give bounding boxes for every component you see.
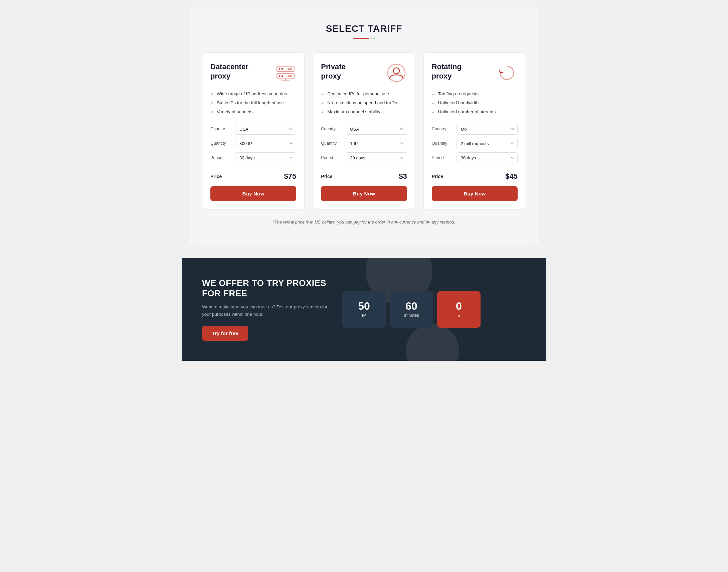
quantity-row: Quantity 2 mill requests1 mill requests5… (432, 138, 517, 149)
datacenter-card: Datacenterproxy (202, 53, 305, 210)
svg-point-2 (279, 68, 280, 70)
datacenter-price-row: Price $75 (211, 171, 296, 181)
feature-item: ✓ No restrictions on speed and traffic (321, 100, 407, 106)
feature-item: ✓ Wide range of IP address countries (211, 91, 296, 97)
ip-stat-unit: IP (362, 313, 366, 318)
free-trial-section: WE OFFER TO TRY PROXIES FOR FREE Want to… (182, 258, 546, 361)
svg-point-10 (388, 64, 405, 81)
rotating-quantity-select[interactable]: 2 mill requests1 mill requests5 mill req… (457, 138, 517, 149)
rotating-title: Rotatingproxy (432, 62, 462, 80)
rotating-country-select[interactable]: MixUSAUK (457, 124, 517, 135)
cards-grid: Datacenterproxy (202, 53, 526, 210)
dot-1 (371, 38, 372, 39)
rotating-price-row: Price $45 (432, 171, 517, 181)
minutes-stat-unit: minutes (404, 313, 419, 318)
bottom-left-column: WE OFFER TO TRY PROXIES FOR FREE Want to… (202, 278, 329, 341)
underline-dots (371, 38, 375, 39)
bottom-content: WE OFFER TO TRY PROXIES FOR FREE Want to… (202, 278, 526, 341)
period-row: Period 30 days7 days14 days (211, 152, 296, 163)
quantity-label: Quantity (321, 141, 342, 146)
price-label: Price (321, 174, 332, 179)
section-title: SELECT TARIFF (202, 23, 526, 34)
period-row: Period 30 days7 days14 days (321, 152, 407, 163)
country-label: Country (432, 127, 453, 131)
user-icon (386, 62, 407, 83)
check-icon: ✓ (321, 100, 325, 106)
card-header: Privateproxy (321, 62, 407, 83)
card-header: Datacenterproxy (211, 62, 296, 83)
feature-text: Tariffing on requests (438, 91, 479, 97)
rotating-features: ✓ Tariffing on requests ✓ Unlimited band… (432, 91, 517, 116)
feature-item: ✓ Dedicated IPs for personal use (321, 91, 407, 97)
feature-text: Maximum channel stability (327, 109, 380, 115)
country-row: Country USAUKGermany (321, 124, 407, 135)
price-stat-box: 0 $ (437, 291, 481, 328)
server-icon (275, 62, 296, 83)
private-price: $3 (399, 172, 407, 181)
feature-text: Variety of subnets (217, 109, 252, 115)
datacenter-quantity-select[interactable]: 800 IP100 IP500 IP (235, 138, 296, 149)
check-icon: ✓ (321, 91, 325, 97)
check-icon: ✓ (432, 91, 435, 97)
check-icon: ✓ (211, 109, 214, 115)
rotating-period-select[interactable]: 30 days7 days14 days (457, 152, 517, 163)
country-row: Country MixUSAUK (432, 124, 517, 135)
period-label: Period (321, 155, 342, 160)
minutes-stat-box: 60 minutes (390, 291, 433, 328)
quantity-label: Quantity (432, 141, 453, 146)
period-label: Period (432, 155, 453, 160)
private-country-select[interactable]: USAUKGermany (346, 124, 407, 135)
feature-text: Dedicated IPs for personal use (327, 91, 389, 97)
svg-point-3 (281, 68, 283, 70)
underline-bar (353, 38, 369, 39)
free-trial-title: WE OFFER TO TRY PROXIES FOR FREE (202, 278, 329, 299)
private-price-row: Price $3 (321, 171, 407, 181)
feature-item: ✓ Variety of subnets (211, 109, 296, 115)
check-icon: ✓ (432, 109, 435, 115)
feature-text: Unlimited number of streams (438, 109, 496, 115)
price-label: Price (432, 174, 443, 179)
try-for-free-button[interactable]: Try for free (202, 326, 248, 341)
feature-text: Static IPs for the full length of use (217, 100, 284, 106)
minutes-stat-number: 60 (405, 301, 417, 311)
quantity-row: Quantity 800 IP100 IP500 IP (211, 138, 296, 149)
feature-item: ✓ Unlimited bandwidth (432, 100, 517, 106)
private-form: Country USAUKGermany Quantity 1 IP2 IP5 … (321, 124, 407, 163)
period-row: Period 30 days7 days14 days (432, 152, 517, 163)
price-stat-number: 0 (456, 301, 462, 311)
country-label: Country (211, 127, 231, 131)
datacenter-buy-button[interactable]: Buy Now (211, 186, 296, 201)
private-period-select[interactable]: 30 days7 days14 days (346, 152, 407, 163)
datacenter-country-select[interactable]: USAUKGermany (235, 124, 296, 135)
tariff-section: SELECT TARIFF Datacenterproxy (189, 7, 539, 244)
disclaimer-text: *The rental price is in US dollars, you … (209, 219, 519, 224)
rotate-icon (496, 62, 517, 83)
feature-text: No restrictions on speed and traffic (327, 100, 397, 106)
svg-point-11 (393, 68, 399, 74)
title-decoration (202, 38, 526, 39)
svg-rect-7 (288, 75, 292, 77)
rotating-buy-button[interactable]: Buy Now (432, 186, 517, 201)
svg-point-6 (281, 75, 283, 77)
feature-item: ✓ Tariffing on requests (432, 91, 517, 97)
rotating-form: Country MixUSAUK Quantity 2 mill request… (432, 124, 517, 163)
svg-rect-4 (288, 68, 292, 70)
price-stat-unit: $ (458, 313, 460, 318)
country-row: Country USAUKGermany (211, 124, 296, 135)
feature-text: Wide range of IP address countries (217, 91, 287, 97)
country-label: Country (321, 127, 342, 131)
ip-stat-number: 50 (358, 301, 370, 311)
rotating-price: $45 (505, 172, 517, 181)
svg-point-5 (279, 75, 280, 77)
private-features: ✓ Dedicated IPs for personal use ✓ No re… (321, 91, 407, 116)
private-buy-button[interactable]: Buy Now (321, 186, 407, 201)
datacenter-period-select[interactable]: 30 days7 days14 days (235, 152, 296, 163)
feature-item: ✓ Static IPs for the full length of use (211, 100, 296, 106)
private-quantity-select[interactable]: 1 IP2 IP5 IP (346, 138, 407, 149)
quantity-row: Quantity 1 IP2 IP5 IP (321, 138, 407, 149)
stats-container: 50 IP 60 minutes 0 $ (342, 291, 481, 328)
feature-item: ✓ Maximum channel stability (321, 109, 407, 115)
check-icon: ✓ (432, 100, 435, 106)
check-icon: ✓ (211, 100, 214, 106)
rotating-card: Rotatingproxy ✓ Tariffing on requests (423, 53, 526, 210)
